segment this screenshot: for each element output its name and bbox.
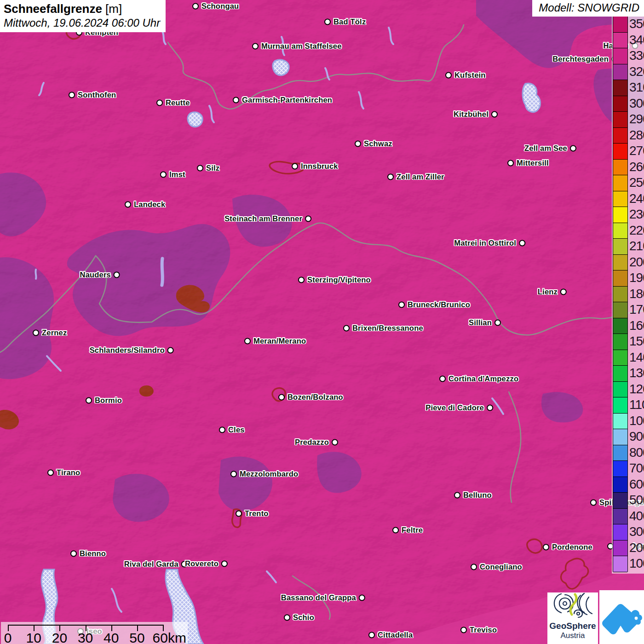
legend-value-1900: 1900 (629, 270, 644, 286)
city-marker (244, 338, 251, 344)
city-marker (494, 319, 501, 326)
city-marker (392, 527, 399, 533)
city-riva-del-garda: Riva del Garda (124, 560, 188, 569)
city-berchtesgaden: Berchtesgaden (552, 55, 618, 63)
city-schlanders-silandro: Schlanders/Silandro (90, 346, 174, 355)
city-marker (507, 160, 514, 166)
city-label: Nauders (80, 270, 111, 279)
map-title: Schneefallgrenze [m] (4, 2, 160, 16)
geosphere-contour-icon (547, 592, 598, 621)
legend-color-2800 (613, 128, 627, 144)
legend-value-900: 900 (629, 429, 644, 445)
city-silz: Silz (197, 164, 219, 172)
city-label: Zell am Ziller (397, 172, 444, 181)
city-marker (471, 564, 477, 570)
legend-value-200: 200 (629, 540, 644, 556)
legend-value-2000: 2000 (629, 254, 644, 270)
city-cittadella: Cittadella (368, 631, 413, 639)
city-label: Cles (228, 426, 245, 434)
city-brixen-bressanone: Brixen/Bressanone (343, 324, 423, 333)
legend-value-2300: 2300 (629, 207, 644, 223)
city-bienno: Bienno (70, 549, 106, 558)
legend-color-1800 (613, 287, 627, 303)
city-zernez: Zernez (33, 328, 67, 337)
mountain-cloud-icon (599, 590, 644, 644)
city-marker (192, 3, 199, 9)
legend-color-100 (613, 556, 627, 572)
city-label: Schongau (201, 2, 239, 11)
legend-color-2700 (613, 144, 627, 160)
legend-color-1700 (613, 302, 627, 318)
city-kufstein: Kufstein (445, 71, 486, 80)
legend-color-bar (613, 16, 628, 572)
city-meran-merano: Meran/Merano (244, 337, 306, 345)
legend-value-1500: 1500 (629, 334, 644, 350)
legend-color-2600 (613, 160, 627, 176)
city-label: Riva del Garda (124, 560, 178, 569)
city-pieve-di-cadore: Pieve di Cadore (426, 403, 493, 412)
city-label: Brixen/Bressanone (352, 324, 423, 333)
legend-value-300: 300 (629, 524, 644, 540)
legend-color-3100 (613, 80, 627, 96)
city-mittersill: Mittersill (507, 159, 549, 167)
partner-logo-box (599, 590, 644, 644)
city-marker (332, 439, 338, 445)
legend-color-1000 (613, 414, 627, 430)
city-sterzing-vipiteno: Sterzing/Vipiteno (298, 276, 371, 284)
city-marker (292, 163, 298, 169)
legend-value-2100: 2100 (629, 238, 644, 254)
legend-color-2300 (613, 207, 627, 223)
city-label: Bozen/Bolzano (288, 393, 343, 402)
city-nauders: Nauders (80, 270, 120, 279)
legend-color-2200 (613, 223, 627, 239)
city-marker (491, 111, 498, 117)
legend-color-2400 (613, 191, 627, 207)
legend-value-1100: 1100 (629, 397, 644, 413)
city-label: Tirano (57, 468, 80, 477)
city-marker (343, 325, 350, 331)
legend-color-3300 (613, 48, 627, 64)
city-label: Landeck (134, 200, 165, 209)
city-pordenone: Pordenone (543, 543, 592, 552)
city-label: Imst (169, 170, 185, 179)
city-label: Mezzolombardo (240, 470, 298, 478)
city-label: Schwaz (364, 139, 392, 148)
city-label: Bad Tölz (334, 17, 366, 26)
city-conegliano: Conegliano (471, 563, 522, 571)
legend-color-1300 (613, 366, 627, 382)
city-label: Schlanders/Silandro (90, 346, 165, 355)
legend-value-3400: 3400 (629, 32, 644, 48)
city-feltre: Feltre (392, 526, 423, 535)
city-label: Belluno (463, 491, 492, 500)
city-zell-am-see: Zell am See (524, 144, 576, 153)
legend-color-2100 (613, 239, 627, 255)
city-tirano: Tirano (47, 468, 80, 477)
city-label: Cortina d'Ampezzo (448, 374, 518, 383)
city-marker (160, 171, 167, 178)
city-marker (252, 43, 259, 49)
city-label: Murnau am Staffelsee (261, 42, 342, 51)
geosphere-country: Austria (547, 631, 598, 640)
scalebar-label-20: 20 (52, 630, 67, 644)
legend-color-1600 (613, 318, 627, 334)
legend-color-2000 (613, 255, 627, 271)
legend-value-3000: 3000 (629, 96, 644, 112)
city-label: Treviso (470, 626, 497, 634)
city-label: Sterzing/Vipiteno (307, 276, 371, 284)
city-zell-am-ziller: Zell am Ziller (387, 172, 444, 181)
city-marker (33, 329, 39, 336)
scalebar-label-60km: 60km (153, 630, 186, 644)
city-label: Trento (245, 509, 269, 518)
scalebar-label-10: 10 (26, 630, 41, 644)
legend-value-1000: 1000 (629, 413, 644, 429)
legend-color-500 (613, 493, 627, 509)
city-schio: Schio (284, 613, 314, 622)
city-marker (298, 276, 305, 283)
city-marker (519, 240, 525, 246)
city-marker (236, 510, 242, 517)
title-box: Schneefallgrenze [m] Mittwoch, 19.06.202… (0, 0, 166, 32)
city-label: Lienz (538, 288, 558, 296)
city-marker (454, 492, 460, 498)
legend-value-3200: 3200 (629, 64, 644, 80)
city-label: Rovereto (185, 559, 218, 568)
